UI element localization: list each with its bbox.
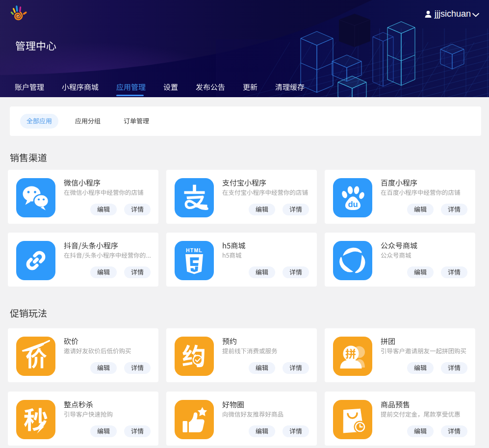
svg-text:du: du [348, 200, 358, 209]
svg-text:HTML: HTML [186, 247, 203, 253]
